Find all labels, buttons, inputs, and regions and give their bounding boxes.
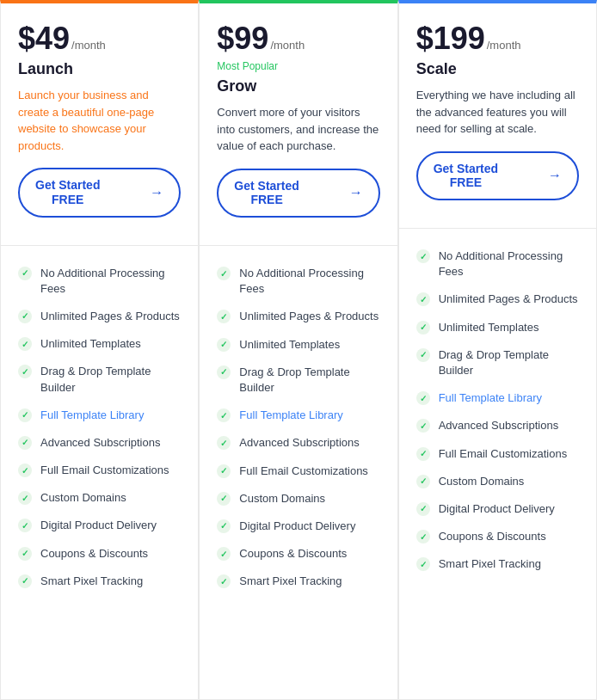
check-icon <box>217 338 231 352</box>
feature-text: No Additional Processing Fees <box>239 266 379 297</box>
btn-text: Get StartedFREE <box>434 162 498 191</box>
check-icon <box>18 310 32 323</box>
feature-item: Full Template Library <box>18 402 181 429</box>
feature-item: Drag & Drop Template Builder <box>217 359 379 402</box>
feature-item: Smart Pixel Tracking <box>217 568 379 595</box>
price-amount: $49 <box>18 21 70 57</box>
plan-price: $99 /month <box>217 21 379 57</box>
check-icon <box>217 267 231 280</box>
feature-text: Full Email Customizations <box>239 464 368 479</box>
feature-text: No Additional Processing Fees <box>40 266 181 297</box>
feature-text: Full Template Library <box>40 408 144 423</box>
price-amount: $99 <box>217 21 268 57</box>
most-popular-label: Most Popular <box>217 60 379 72</box>
feature-item: Coupons & Discounts <box>416 523 579 550</box>
check-icon <box>416 321 430 335</box>
feature-item: Advanced Subscriptions <box>217 429 379 457</box>
divider <box>1 245 198 246</box>
feature-text: Digital Product Delivery <box>239 519 355 534</box>
check-icon <box>18 574 32 588</box>
feature-item: Unlimited Pages & Products <box>217 303 379 330</box>
feature-item: Advanced Subscriptions <box>416 412 579 439</box>
check-icon <box>217 464 231 478</box>
check-icon <box>18 436 32 450</box>
features-list: No Additional Processing Fees Unlimited … <box>1 256 198 699</box>
btn-text: Get StartedFREE <box>234 179 298 208</box>
price-amount: $199 <box>416 21 485 57</box>
pricing-container: CHECKOUT $49 /month Launch Launch your b… <box>0 0 597 700</box>
plan-description: Convert more of your visitors into custo… <box>217 104 379 155</box>
plan-card-grow: $99 /month Most Popular Grow Convert mor… <box>199 0 397 700</box>
feature-item: Digital Product Delivery <box>18 512 181 539</box>
feature-item: Full Template Library <box>416 384 579 412</box>
feature-text: Full Email Customizations <box>439 446 568 462</box>
check-icon <box>217 574 231 588</box>
feature-text: Advanced Subscriptions <box>40 435 160 451</box>
feature-item: Smart Pixel Tracking <box>18 568 181 595</box>
arrow-icon: → <box>150 185 163 200</box>
feature-text: Coupons & Discounts <box>439 529 546 544</box>
feature-item: Coupons & Discounts <box>18 540 181 568</box>
feature-text: Unlimited Templates <box>439 320 539 335</box>
feature-item: Full Email Customizations <box>416 440 579 468</box>
price-period: /month <box>270 39 305 52</box>
check-icon <box>217 436 231 450</box>
feature-item: Full Email Customizations <box>217 457 379 485</box>
feature-text: Unlimited Pages & Products <box>40 309 180 324</box>
check-icon <box>416 348 430 362</box>
arrow-icon: → <box>548 168 562 183</box>
divider <box>399 228 596 229</box>
feature-text: Full Email Customizations <box>40 463 169 478</box>
plan-name: Scale <box>416 60 579 78</box>
check-icon <box>18 519 32 532</box>
feature-text: Advanced Subscriptions <box>239 435 359 451</box>
feature-item: Smart Pixel Tracking <box>416 550 579 578</box>
price-period: /month <box>71 39 106 52</box>
plan-card-launch: $49 /month Launch Launch your business a… <box>0 0 199 700</box>
check-icon <box>416 475 430 488</box>
feature-text: Smart Pixel Tracking <box>40 574 143 589</box>
feature-text: Smart Pixel Tracking <box>239 574 342 589</box>
check-icon <box>217 365 231 379</box>
feature-item: Drag & Drop Template Builder <box>416 341 579 384</box>
plan-card-scale: $199 /month Scale Everything we have inc… <box>398 0 597 700</box>
plan-price: $49 /month <box>18 21 181 57</box>
features-list: No Additional Processing Fees Unlimited … <box>200 256 397 699</box>
get-started-button[interactable]: Get StartedFREE → <box>217 169 379 218</box>
feature-item: Full Email Customizations <box>18 457 181 484</box>
plan-name: Grow <box>217 77 379 95</box>
plan-header: $49 /month Launch Launch your business a… <box>1 3 198 235</box>
feature-text: Advanced Subscriptions <box>439 418 558 433</box>
check-icon <box>416 557 430 571</box>
feature-text: Smart Pixel Tracking <box>439 556 541 572</box>
feature-text: No Additional Processing Fees <box>439 249 579 279</box>
feature-item: Advanced Subscriptions <box>18 429 181 457</box>
feature-item: Custom Domains <box>18 484 181 512</box>
feature-text: Unlimited Pages & Products <box>239 309 379 324</box>
feature-item: Unlimited Pages & Products <box>18 303 181 330</box>
check-icon <box>416 502 430 516</box>
check-icon <box>217 547 231 561</box>
feature-text: Custom Domains <box>439 474 525 489</box>
check-icon <box>416 249 430 263</box>
feature-text: Coupons & Discounts <box>239 546 347 562</box>
get-started-button[interactable]: Get StartedFREE → <box>416 151 579 201</box>
feature-text: Custom Domains <box>239 491 325 507</box>
feature-text: Drag & Drop Template Builder <box>40 364 181 395</box>
feature-item: Custom Domains <box>217 485 379 513</box>
feature-item: Coupons & Discounts <box>217 540 379 568</box>
feature-text: Drag & Drop Template Builder <box>439 347 579 378</box>
feature-text: Drag & Drop Template Builder <box>239 365 379 396</box>
plan-description: Everything we have including all the adv… <box>416 87 579 138</box>
check-icon <box>217 519 231 533</box>
feature-text: Unlimited Templates <box>40 336 141 352</box>
check-icon <box>217 310 231 323</box>
feature-item: Digital Product Delivery <box>217 513 379 540</box>
check-icon <box>18 464 32 477</box>
feature-text: Digital Product Delivery <box>439 501 555 517</box>
feature-item: Drag & Drop Template Builder <box>18 358 181 401</box>
feature-item: Unlimited Templates <box>217 331 379 359</box>
get-started-button[interactable]: Get StartedFREE → <box>18 168 181 218</box>
feature-item: Digital Product Delivery <box>416 495 579 523</box>
features-list: No Additional Processing Fees Unlimited … <box>399 239 596 699</box>
